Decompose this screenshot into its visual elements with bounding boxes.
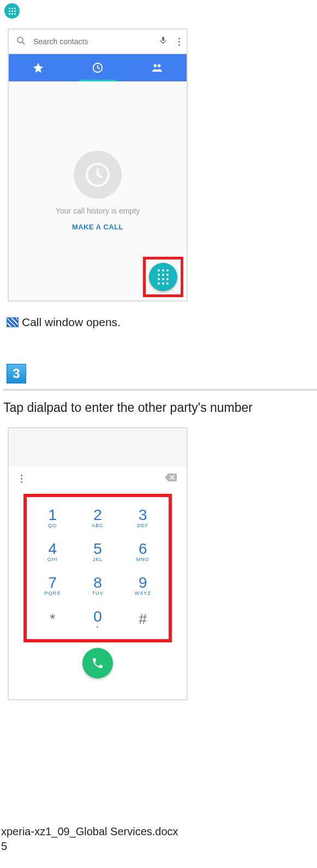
empty-text: Your call history is empty [56,206,140,215]
svg-point-3 [153,64,157,68]
svg-line-1 [22,42,25,44]
key-4[interactable]: 4GHI [30,534,75,568]
key-0[interactable]: 0+ [75,602,121,636]
backspace-icon[interactable] [165,473,177,484]
clock-icon [74,151,122,199]
footer-page-number: 5 [1,840,178,853]
key-7[interactable]: 7PQRS [30,568,75,602]
key-9[interactable]: 9WXYZ [120,568,165,602]
key-5[interactable]: 5JKL [75,534,121,568]
key-3[interactable]: 3DEF [120,500,165,534]
dialpad-fab-highlight [143,257,183,297]
key-2[interactable]: 2ABC [75,500,121,534]
search-placeholder: Search contacts [33,37,151,46]
dialpad-fab[interactable] [149,263,177,291]
overflow-menu-icon[interactable] [17,475,26,483]
key-star[interactable]: * [30,602,75,636]
dialpad-app-icon [4,3,20,19]
search-icon [16,36,26,48]
result-flag-icon [7,317,19,327]
key-hash[interactable]: # [120,602,165,636]
search-bar[interactable]: Search contacts [9,29,187,54]
make-call-button[interactable]: MAKE A CALL [72,223,123,231]
tab-contacts[interactable] [127,54,187,81]
tab-bar [9,54,187,81]
caption-call-window-opens: Call window opens. [22,316,121,329]
mic-icon[interactable] [159,36,168,47]
svg-point-4 [158,64,161,68]
divider [3,389,317,391]
overflow-menu-icon[interactable] [175,38,183,46]
screenshot-call-app: Search contacts Your call history is emp… [8,28,188,302]
call-button[interactable] [82,648,113,678]
key-1[interactable]: 1QO [30,500,75,534]
footer-filename: xperia-xz1_09_Global Services.docx [1,825,178,838]
screenshot-dialpad: 1QO 2ABC 3DEF 4GHI 5JKL 6MNO 7PQRS 8TUV … [8,427,188,700]
step-3-badge: 3 [7,364,26,383]
tab-favorites[interactable] [9,54,68,81]
dialpad-top-area [9,428,187,467]
key-6[interactable]: 6MNO [120,534,165,568]
tab-recents[interactable] [68,54,128,81]
key-8[interactable]: 8TUV [75,568,121,602]
keypad-highlight: 1QO 2ABC 3DEF 4GHI 5JKL 6MNO 7PQRS 8TUV … [23,494,172,642]
dialpad-input-row [9,467,187,491]
page-footer: xperia-xz1_09_Global Services.docx 5 [1,825,178,853]
svg-point-0 [17,37,23,43]
step-3-text: Tap dialpad to enter the other party's n… [3,400,317,415]
